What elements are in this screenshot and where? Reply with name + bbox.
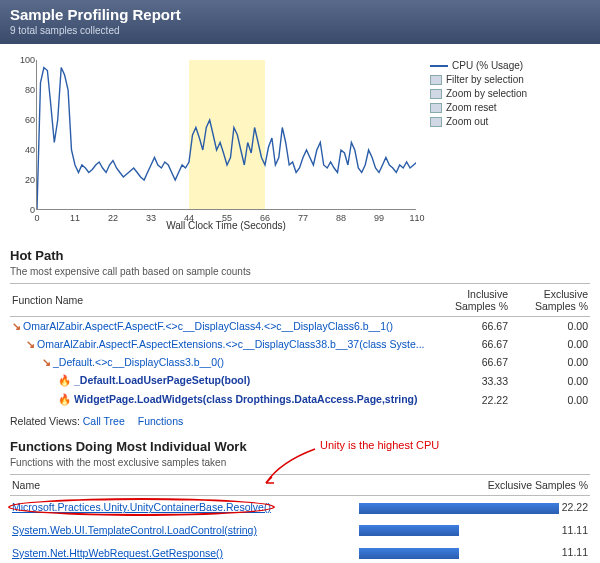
hotpath-row[interactable]: ↘_Default.<>c__DisplayClass3.b__0()66.67… [10, 353, 590, 371]
legend-series[interactable]: CPU (% Usage) [430, 60, 527, 71]
col-function-name[interactable]: Function Name [10, 284, 430, 317]
annotation-arrow-icon [260, 447, 320, 487]
related-views: Related Views: Call Tree Functions [10, 415, 590, 427]
legend-zoom-out[interactable]: Zoom out [430, 116, 527, 127]
link-call-tree[interactable]: Call Tree [83, 415, 125, 427]
hotpath-row[interactable]: ↘OmarAlZabir.AspectF.AspectF.<>c__Displa… [10, 317, 590, 336]
annotation-text: Unity is the highest CPU [320, 439, 439, 451]
chart-line [37, 60, 416, 209]
report-header: Sample Profiling Report 9 total samples … [0, 0, 600, 44]
hotpath-table: Function Name Inclusive Samples % Exclus… [10, 283, 590, 409]
work-table: Name Exclusive Samples % Microsoft.Pract… [10, 474, 590, 563]
hotpath-row[interactable]: 🔥WidgetPage.LoadWidgets(class Dropthings… [10, 390, 590, 409]
cpu-chart[interactable]: 0204060801000112233445566778899110 CPU (… [10, 56, 590, 236]
col-exclusive[interactable]: Exclusive Samples % [510, 284, 590, 317]
link-functions[interactable]: Functions [138, 415, 184, 427]
col-inclusive[interactable]: Inclusive Samples % [430, 284, 510, 317]
hotpath-sub: The most expensive call path based on sa… [10, 266, 590, 277]
legend-filter-by-selection[interactable]: Filter by selection [430, 74, 527, 85]
page-title: Sample Profiling Report [10, 6, 590, 23]
legend-zoom-by-selection[interactable]: Zoom by selection [430, 88, 527, 99]
work-row[interactable]: Microsoft.Practices.Unity.UnityContainer… [10, 496, 590, 519]
work-row[interactable]: System.Net.HttpWebRequest.GetResponse() … [10, 541, 590, 563]
chart-xlabel: Wall Clock Time (Seconds) [36, 220, 416, 231]
legend-zoom-reset[interactable]: Zoom reset [430, 102, 527, 113]
chart-legend: CPU (% Usage) Filter by selection Zoom b… [430, 60, 527, 130]
hotpath-heading: Hot Path [10, 248, 590, 263]
work-row[interactable]: System.Web.UI.TemplateControl.LoadContro… [10, 519, 590, 542]
page-subtitle: 9 total samples collected [10, 25, 590, 36]
col-exc2[interactable]: Exclusive Samples % [350, 475, 590, 496]
hotpath-row[interactable]: 🔥_Default.LoadUserPageSetup(bool)33.330.… [10, 371, 590, 390]
hotpath-row[interactable]: ↘OmarAlZabir.AspectF.AspectExtensions.<>… [10, 335, 590, 353]
